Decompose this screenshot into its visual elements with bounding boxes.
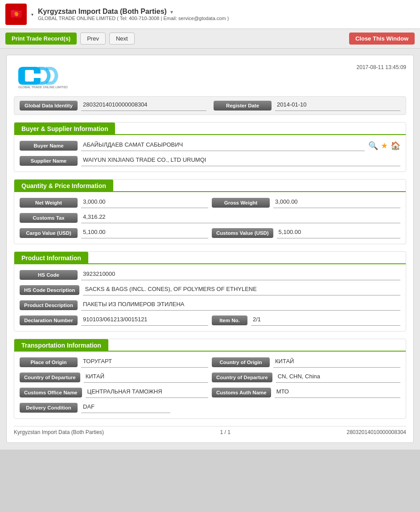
identity-right: Register Date 2014-01-10 <box>214 100 400 111</box>
cargo-value-value: 5,100.00 <box>81 228 208 238</box>
cargo-value-label: Cargo Value (USD) <box>20 228 78 238</box>
hs-code-desc-value: SACKS & BAGS (INCL. CONES), OF POLYMERS … <box>83 285 400 295</box>
star-icon[interactable]: ★ <box>381 141 388 151</box>
action-icons: 🔍 ★ 🏠 <box>368 141 400 151</box>
next-button[interactable]: Next <box>109 33 135 45</box>
buyer-supplier-header-wrap: Buyer & Supplier Information <box>14 123 406 135</box>
item-no-value: 2/1 <box>251 315 400 326</box>
svg-text:GLOBAL TRADE  ONLINE LIMITED: GLOBAL TRADE ONLINE LIMITED <box>18 86 68 89</box>
record-footer: Kyrgyzstan Import Data (Both Parties) 1 … <box>14 426 406 435</box>
transportation-body: Place of Origin ТОРУГАРТ Country of Orig… <box>14 352 406 418</box>
gross-weight-label: Gross Weight <box>212 198 270 208</box>
net-weight-col: Net Weight 3,000.00 <box>20 197 208 208</box>
global-data-identity-value: 28032014010000008304 <box>81 100 206 111</box>
customs-office-col: Customs Office Name ЦЕНТРАЛЬНАЯ ТАМОЖНЯ <box>20 387 208 398</box>
title-dropdown-arrow[interactable]: ▾ <box>170 9 173 15</box>
product-section: Product Information HS Code 3923210000 H… <box>14 251 406 332</box>
delivery-condition-row: Delivery Condition DAF <box>20 402 400 413</box>
footer-center: 1 / 1 <box>220 429 231 435</box>
customs-office-label: Customs Office Name <box>20 388 82 397</box>
customs-row: Customs Office Name ЦЕНТРАЛЬНАЯ ТАМОЖНЯ … <box>20 387 400 398</box>
identity-left: Global Data Identity 2803201401000000830… <box>20 100 206 111</box>
record-timestamp: 2017-08-11 13:45:09 <box>357 64 406 70</box>
print-button[interactable]: Print Trade Record(s) <box>5 33 77 45</box>
hs-code-value: 3923210000 <box>81 270 400 280</box>
logo-area: GLOBAL TRADE ONLINE LIMITED 2017-08-11 1… <box>14 62 406 89</box>
flag-icon: 🇰🇬 <box>5 4 27 25</box>
customs-value-value: 5,100.00 <box>277 228 400 238</box>
customs-auth-col: Customs Auth Name МТО <box>212 387 400 398</box>
footer-left: Kyrgyzstan Import Data (Both Parties) <box>14 429 104 435</box>
declaration-number-label: Declaration Number <box>20 315 78 325</box>
hs-code-desc-row: HS Code Description SACKS & BAGS (INCL. … <box>20 285 400 295</box>
country-of-departure2-value: CN, CHN, China <box>276 372 400 383</box>
quantity-price-body: Net Weight 3,000.00 Gross Weight 3,000.0… <box>14 192 406 244</box>
search-icon[interactable]: 🔍 <box>368 141 378 151</box>
toolbar: Print Trade Record(s) Prev Next Close Th… <box>0 29 420 49</box>
app-title: Kyrgyzstan Import Data (Both Parties) ▾ <box>38 8 415 16</box>
customs-auth-label: Customs Auth Name <box>212 388 271 397</box>
buyer-supplier-section: Buyer & Supplier Information Buyer Name … <box>14 122 406 172</box>
country-of-departure2-col: Country of Departure CN, CHN, China <box>212 372 400 383</box>
country-of-origin-label: Country of Origin <box>212 357 270 367</box>
identity-row: Global Data Identity 2803201401000000830… <box>14 96 406 115</box>
buyer-supplier-body: Buyer Name АБАЙЫЛДАЕВ САМАТ САБЫРОВИЧ 🔍 … <box>14 135 406 172</box>
supplier-name-label: Supplier Name <box>20 156 78 166</box>
gross-weight-col: Gross Weight 3,000.00 <box>212 197 400 208</box>
supplier-name-value: WAIYUN XINJIANG TRADE CO., LTD URUMQI <box>81 156 400 166</box>
buyer-name-value: АБАЙЫЛДАЕВ САМАТ САБЫРОВИЧ <box>81 140 365 151</box>
customs-tax-value: 4,316.22 <box>81 213 400 223</box>
delivery-condition-label: Delivery Condition <box>20 403 78 413</box>
declaration-number-col: Declaration Number 910103/061213/0015121 <box>20 315 208 326</box>
value-row: Cargo Value (USD) 5,100.00 Customs Value… <box>20 228 400 238</box>
country-of-departure-col: Country of Departure КИТАЙ <box>20 372 208 383</box>
transportation-header-wrap: Transportation Information <box>14 339 406 352</box>
transportation-section: Transportation Information Place of Orig… <box>14 339 406 419</box>
product-header-wrap: Product Information <box>14 252 406 264</box>
country-of-departure2-label: Country of Departure <box>212 373 272 382</box>
place-of-origin-value: ТОРУГАРТ <box>81 357 208 368</box>
origin-row: Place of Origin ТОРУГАРТ Country of Orig… <box>20 357 400 368</box>
weight-row: Net Weight 3,000.00 Gross Weight 3,000.0… <box>20 197 400 208</box>
departure-row: Country of Departure КИТАЙ Country of De… <box>20 372 400 383</box>
header-bar: 🇰🇬 ▾ Kyrgyzstan Import Data (Both Partie… <box>0 0 420 29</box>
flag-dropdown-arrow[interactable]: ▾ <box>31 12 33 17</box>
place-of-origin-col: Place of Origin ТОРУГАРТ <box>20 357 208 368</box>
main-content: GLOBAL TRADE ONLINE LIMITED 2017-08-11 1… <box>0 49 420 450</box>
country-of-departure-value: КИТАЙ <box>84 372 208 383</box>
product-body: HS Code 3923210000 HS Code Description S… <box>14 264 406 331</box>
hs-code-desc-label: HS Code Description <box>20 285 79 295</box>
country-of-origin-col: Country of Origin КИТАЙ <box>212 357 400 368</box>
transportation-title: Transportation Information <box>14 339 108 352</box>
header-title-area: Kyrgyzstan Import Data (Both Parties) ▾ … <box>38 8 415 21</box>
buyer-supplier-title: Buyer & Supplier Information <box>14 123 115 135</box>
home-icon[interactable]: 🏠 <box>391 141 400 151</box>
item-no-col: Item No. 2/1 <box>212 315 400 326</box>
register-date-label: Register Date <box>214 101 272 111</box>
close-button[interactable]: Close This Window <box>349 33 415 45</box>
product-desc-label: Product Description <box>20 300 78 310</box>
product-title: Product Information <box>14 252 88 264</box>
prev-button[interactable]: Prev <box>80 33 106 45</box>
register-date-value: 2014-01-10 <box>275 100 400 111</box>
customs-tax-label: Customs Tax <box>20 213 78 223</box>
net-weight-label: Net Weight <box>20 198 78 208</box>
customs-office-value: ЦЕНТРАЛЬНАЯ ТАМОЖНЯ <box>86 387 208 398</box>
product-desc-value: ПАКЕТЫ ИЗ ПОЛИМЕРОВ ЭТИЛЕНА <box>81 300 400 311</box>
cargo-value-col: Cargo Value (USD) 5,100.00 <box>20 228 208 238</box>
buyer-name-label: Buyer Name <box>20 141 78 151</box>
quantity-price-title: Quantity & Price Information <box>14 180 113 192</box>
item-no-label: Item No. <box>212 315 247 325</box>
hs-code-row: HS Code 3923210000 <box>20 270 400 280</box>
customs-tax-row: Customs Tax 4,316.22 <box>20 213 400 223</box>
company-logo: GLOBAL TRADE ONLINE LIMITED <box>14 62 85 89</box>
place-of-origin-label: Place of Origin <box>20 357 78 367</box>
declaration-row: Declaration Number 910103/061213/0015121… <box>20 315 400 326</box>
country-of-origin-value: КИТАЙ <box>273 357 400 368</box>
product-desc-row: Product Description ПАКЕТЫ ИЗ ПОЛИМЕРОВ … <box>20 300 400 311</box>
supplier-name-row: Supplier Name WAIYUN XINJIANG TRADE CO.,… <box>20 156 400 166</box>
quantity-price-section: Quantity & Price Information Net Weight … <box>14 179 406 244</box>
header-subtitle: GLOBAL TRADE ONLINE LIMITED ( Tel: 400-7… <box>38 16 415 21</box>
customs-auth-value: МТО <box>275 387 400 398</box>
customs-value-label: Customs Value (USD) <box>212 228 273 238</box>
